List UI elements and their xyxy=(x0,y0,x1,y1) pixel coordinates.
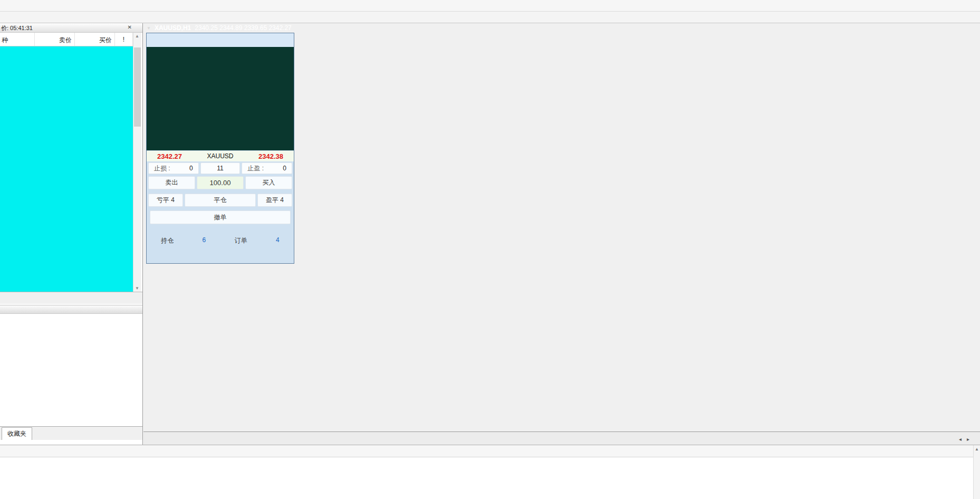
positions-count-label: 持仓 xyxy=(161,236,174,245)
toolbar xyxy=(0,12,980,23)
close-icon[interactable]: ✕ xyxy=(128,24,132,31)
column-buy[interactable]: 买价 xyxy=(75,33,115,46)
panel-statistics: 持仓 6 订单 4 xyxy=(147,233,294,246)
navigator-header xyxy=(0,305,142,314)
close-all-button[interactable]: 平仓 xyxy=(185,194,256,207)
orders-count: 4 xyxy=(276,236,280,245)
market-watch-clock: 价: 05:41:31 xyxy=(1,25,33,31)
terminal-scrollbar[interactable]: ▲ xyxy=(973,445,980,499)
chart-title-bar[interactable]: ▼ XAUUSD,H1 2340.25 2344.89 2339.65 2342… xyxy=(147,24,292,32)
scroll-up-icon[interactable]: ▲ xyxy=(135,34,139,39)
close-profitable-button[interactable]: 盈平 4 xyxy=(257,194,292,207)
orders-count-label: 订单 xyxy=(235,236,247,245)
chart-ohlc-values: 2340.25 2344.89 2339.65 2342.27 xyxy=(195,24,292,32)
buy-button[interactable]: 买入 xyxy=(245,176,292,189)
take-profit-field[interactable]: 止盈 :0 xyxy=(242,162,292,174)
column-alert[interactable]: ! xyxy=(115,33,133,46)
chart-menu-icon[interactable]: ▼ xyxy=(147,26,151,31)
column-symbol[interactable]: 种 xyxy=(0,33,35,46)
market-watch-list xyxy=(0,46,133,292)
chart-symbol-period: XAUUSD,H1 xyxy=(155,24,191,32)
sidebar: 价: 05:41:31 ✕ 种 卖价 买价 ! ▲ ▼ 收藏夹 xyxy=(0,23,143,445)
positions-count: 6 xyxy=(203,236,206,245)
panel-tabs xyxy=(147,227,294,233)
bid-price: 2342.27 xyxy=(157,152,182,160)
tab-scroll-arrows[interactable]: ◂▸ xyxy=(959,436,975,442)
market-watch-scrollbar[interactable]: ▲ ▼ xyxy=(133,33,141,292)
scrollbar-thumb[interactable] xyxy=(134,47,141,127)
sell-button[interactable]: 卖出 xyxy=(148,176,195,189)
terminal-header xyxy=(0,445,980,457)
scroll-down-icon[interactable]: ▼ xyxy=(135,286,139,291)
ask-price: 2342.38 xyxy=(258,152,283,160)
market-watch-title: 价: 05:41:31 ✕ xyxy=(0,23,142,33)
menu-bar xyxy=(0,0,980,12)
market-watch-tabs xyxy=(0,292,142,304)
chart-tab-bar: ◂▸ xyxy=(143,431,980,445)
market-watch-header: 种 卖价 买价 ! xyxy=(0,33,133,46)
terminal-panel: ▲ xyxy=(0,445,980,499)
favorites-tab[interactable]: 收藏夹 xyxy=(2,427,32,440)
panel-positions-list xyxy=(147,47,294,150)
column-sell[interactable]: 卖价 xyxy=(35,33,75,46)
panel-symbol: XAUUSD xyxy=(207,152,233,160)
panel-icon-row xyxy=(147,246,294,250)
scroll-up-icon[interactable]: ▲ xyxy=(975,447,979,452)
close-losing-button[interactable]: 亏平 4 xyxy=(148,194,183,207)
panel-toolbar xyxy=(147,33,294,47)
navigator-tab-bar: 收藏夹 xyxy=(0,426,142,440)
spread-field: 11 xyxy=(200,162,241,174)
stop-loss-field[interactable]: 止损 :0 xyxy=(148,162,199,174)
lots-field[interactable]: 100.00 xyxy=(197,176,244,189)
trade-manager-panel: 2342.27 XAUUSD 2342.38 止损 :0 11 止盈 :0 卖出… xyxy=(146,33,294,264)
mt4-application: 价: 05:41:31 ✕ 种 卖价 买价 ! ▲ ▼ 收藏夹 ▼ XAUUSD… xyxy=(0,0,980,499)
cancel-orders-button[interactable]: 撤单 xyxy=(150,210,291,224)
panel-quote-row: 2342.27 XAUUSD 2342.38 xyxy=(147,150,294,161)
